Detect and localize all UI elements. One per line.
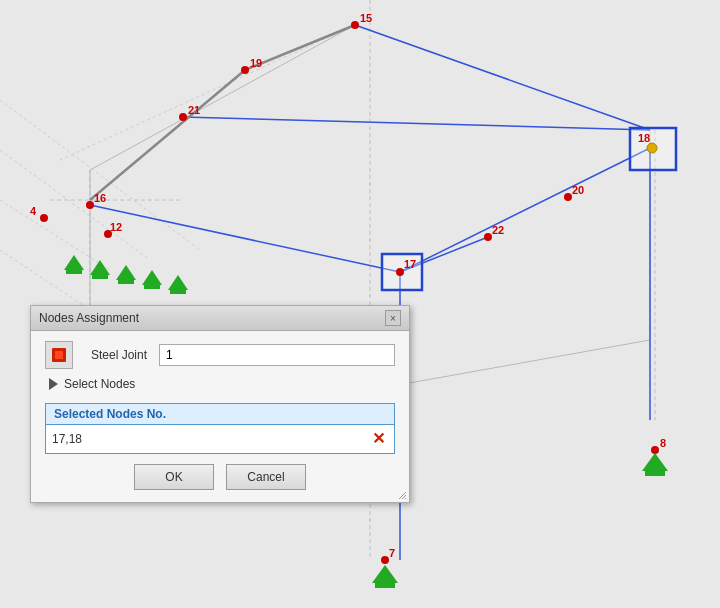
- dialog-title: Nodes Assignment: [39, 311, 139, 325]
- svg-point-35: [396, 268, 404, 276]
- triangle-icon: [49, 378, 58, 390]
- selected-nodes-section: Selected Nodes No. ✕: [45, 403, 395, 454]
- svg-point-36: [651, 446, 659, 454]
- svg-line-57: [405, 498, 406, 499]
- svg-rect-45: [144, 285, 160, 289]
- ok-button[interactable]: OK: [134, 464, 214, 490]
- svg-rect-49: [375, 583, 395, 588]
- svg-point-33: [484, 233, 492, 241]
- node-12-label: 12: [110, 221, 122, 233]
- node-20-label: 20: [572, 184, 584, 196]
- svg-point-29: [86, 201, 94, 209]
- node-22-label: 22: [492, 224, 504, 236]
- steel-joint-icon-button[interactable]: [45, 341, 73, 369]
- dialog-body: Steel Joint Select Nodes Selected Nodes …: [31, 331, 409, 502]
- svg-rect-0: [0, 0, 720, 608]
- node-8-label: 8: [660, 437, 666, 449]
- svg-point-30: [40, 214, 48, 222]
- cancel-button[interactable]: Cancel: [226, 464, 306, 490]
- select-nodes-label: Select Nodes: [64, 377, 135, 391]
- steel-joint-row: Steel Joint: [45, 341, 395, 369]
- node-15-label: 15: [360, 12, 372, 24]
- x-icon: ✕: [372, 431, 385, 447]
- node-18-label: 18: [638, 132, 650, 144]
- clear-button[interactable]: ✕: [368, 429, 388, 449]
- joint-icon: [50, 346, 68, 364]
- selected-nodes-header: Selected Nodes No.: [46, 404, 394, 425]
- svg-point-34: [647, 143, 657, 153]
- node-19-label: 19: [250, 57, 262, 69]
- button-row: OK Cancel: [45, 464, 395, 490]
- select-nodes-row: Select Nodes: [45, 377, 395, 391]
- svg-point-27: [241, 66, 249, 74]
- svg-rect-51: [645, 471, 665, 476]
- node-4-label: 4: [30, 205, 37, 217]
- svg-point-37: [381, 556, 389, 564]
- svg-rect-39: [66, 270, 82, 274]
- node-21-label: 21: [188, 104, 200, 116]
- selected-nodes-input-row: ✕: [46, 425, 394, 453]
- selected-nodes-header-text: Selected Nodes No.: [54, 407, 166, 421]
- steel-joint-input[interactable]: [159, 344, 395, 366]
- scene-canvas: 15 19 21 16 4 12 20 22 18 17 8 7: [0, 0, 720, 608]
- node-16-label: 16: [94, 192, 106, 204]
- dialog-close-button[interactable]: ×: [385, 310, 401, 326]
- svg-rect-47: [170, 290, 186, 294]
- svg-rect-43: [118, 280, 134, 284]
- resize-handle[interactable]: [397, 490, 407, 500]
- svg-rect-54: [55, 351, 63, 359]
- node-7-label: 7: [389, 547, 395, 559]
- steel-joint-label: Steel Joint: [79, 348, 159, 362]
- svg-point-26: [351, 21, 359, 29]
- selected-nodes-input[interactable]: [52, 432, 368, 446]
- svg-point-32: [564, 193, 572, 201]
- dialog-titlebar: Nodes Assignment ×: [31, 306, 409, 331]
- nodes-assignment-dialog: Nodes Assignment × Steel Joint Select No…: [30, 305, 410, 503]
- node-17-label: 17: [404, 258, 416, 270]
- svg-rect-41: [92, 275, 108, 279]
- svg-point-28: [179, 113, 187, 121]
